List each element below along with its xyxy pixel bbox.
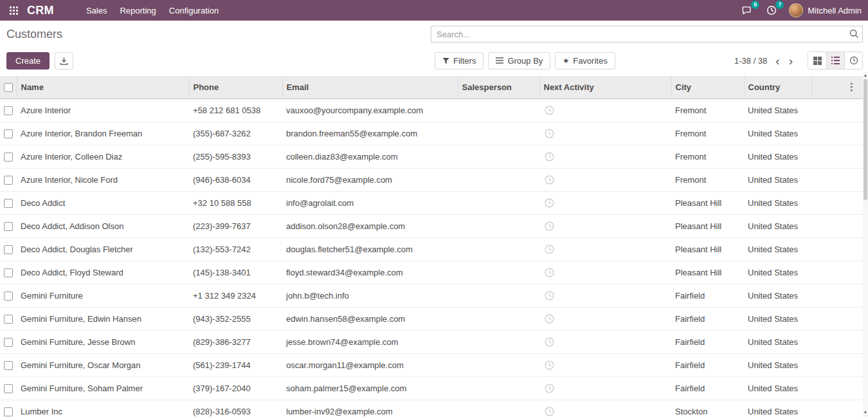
cell-next-activity[interactable] — [539, 191, 671, 214]
pager-next-button[interactable]: › — [784, 55, 797, 67]
next-activity-clock-icon — [545, 106, 554, 115]
row-checkbox[interactable] — [4, 176, 13, 185]
row-checkbox[interactable] — [4, 292, 13, 301]
row-checkbox[interactable] — [4, 407, 13, 416]
column-header-salesperson[interactable]: Salesperson — [458, 76, 539, 98]
cell-next-activity[interactable] — [539, 330, 671, 353]
customer-row[interactable]: Azure Interior +58 212 681 0538 vauxoo@y… — [0, 98, 863, 122]
column-header-email[interactable]: Email — [282, 76, 458, 98]
customer-row[interactable]: Azure Interior, Nicole Ford (946)-638-60… — [0, 168, 863, 191]
cell-filler — [811, 400, 863, 417]
cell-salesperson — [458, 168, 539, 191]
user-menu[interactable]: Mitchell Admin — [789, 3, 862, 17]
customer-table-body: Azure Interior +58 212 681 0538 vauxoo@y… — [0, 98, 863, 417]
cell-next-activity[interactable] — [539, 145, 671, 168]
activities-badge: 7 — [775, 1, 784, 9]
cell-email: floyd.steward34@example.com — [282, 261, 458, 284]
customer-row[interactable]: Deco Addict, Addison Olson (223)-399-763… — [0, 214, 863, 237]
row-checkbox[interactable] — [4, 338, 13, 347]
cell-next-activity[interactable] — [539, 98, 671, 122]
row-checkbox[interactable] — [4, 268, 13, 277]
cell-filler — [811, 353, 863, 376]
pager-value[interactable]: 1-38 / 38 — [734, 56, 767, 66]
cell-next-activity[interactable] — [539, 237, 671, 261]
cell-phone: +32 10 588 558 — [189, 191, 282, 214]
activity-view-button[interactable] — [844, 52, 862, 69]
apps-menu-button[interactable] — [6, 3, 21, 17]
search-input[interactable] — [431, 26, 863, 42]
cell-next-activity[interactable] — [539, 122, 671, 145]
app-title[interactable]: CRM — [27, 4, 54, 17]
menu-configuration[interactable]: Configuration — [163, 0, 225, 21]
menu-reporting[interactable]: Reporting — [113, 0, 162, 21]
row-checkbox[interactable] — [4, 199, 13, 208]
row-checkbox[interactable] — [4, 129, 13, 138]
cell-next-activity[interactable] — [539, 400, 671, 417]
cell-salesperson — [458, 122, 539, 145]
customer-list: Name Phone Email Salesperson Next Activi… — [0, 76, 868, 417]
list-view-button[interactable] — [826, 52, 844, 69]
row-checkbox[interactable] — [4, 315, 13, 324]
customer-row[interactable]: Deco Addict +32 10 588 558 info@agrolait… — [0, 191, 863, 214]
row-checkbox[interactable] — [4, 245, 13, 254]
cell-email: vauxoo@yourcompany.example.com — [282, 98, 458, 122]
search-options: Filters Group By ★ Favorites 1-38 / 38 ‹… — [435, 51, 863, 70]
row-checkbox[interactable] — [4, 106, 13, 115]
customer-row[interactable]: Gemini Furniture, Soham Palmer (379)-167… — [0, 376, 863, 400]
row-checkbox[interactable] — [4, 384, 13, 393]
cell-email: nicole.ford75@example.com — [282, 168, 458, 191]
customer-row[interactable]: Gemini Furniture +1 312 349 2324 john.b@… — [0, 284, 863, 307]
scroll-up-arrow[interactable]: ▲ — [863, 72, 868, 79]
customer-row[interactable]: Deco Addict, Floyd Steward (145)-138-340… — [0, 261, 863, 284]
header-checkbox-cell — [0, 76, 17, 98]
chat-bubble-icon — [742, 6, 752, 15]
row-checkbox[interactable] — [4, 153, 13, 162]
filters-button[interactable]: Filters — [435, 52, 484, 70]
menu-sales[interactable]: Sales — [80, 0, 114, 21]
row-checkbox-cell — [0, 284, 17, 307]
kanban-view-button[interactable] — [808, 52, 826, 69]
cell-next-activity[interactable] — [539, 168, 671, 191]
activities-button[interactable]: 7 — [764, 3, 779, 17]
cell-next-activity[interactable] — [539, 307, 671, 330]
messages-button[interactable]: 5 — [740, 3, 754, 17]
customer-row[interactable]: Gemini Furniture, Jesse Brown (829)-386-… — [0, 330, 863, 353]
group-by-label: Group By — [507, 56, 543, 66]
select-all-checkbox[interactable] — [4, 83, 13, 92]
column-header-phone[interactable]: Phone — [189, 76, 282, 98]
create-button[interactable]: Create — [6, 52, 50, 70]
cell-next-activity[interactable] — [539, 376, 671, 400]
cell-country: United States — [744, 353, 811, 376]
column-header-name[interactable]: Name — [17, 76, 189, 98]
customer-row[interactable]: Lumber Inc (828)-316-0593 lumber-inv92@e… — [0, 400, 863, 417]
export-button[interactable] — [55, 52, 73, 70]
favorites-button[interactable]: ★ Favorites — [555, 52, 615, 70]
column-header-next-activity[interactable]: Next Activity — [539, 76, 671, 98]
optional-columns-toggle[interactable]: ⋮ — [816, 81, 860, 93]
row-checkbox-cell — [0, 145, 17, 168]
cell-next-activity[interactable] — [539, 353, 671, 376]
row-checkbox-cell — [0, 261, 17, 284]
activity-view-clock-icon — [849, 56, 858, 65]
cell-next-activity[interactable] — [539, 261, 671, 284]
pager-previous-button[interactable]: ‹ — [771, 55, 784, 67]
scroll-down-arrow[interactable]: ▼ — [863, 409, 868, 416]
row-checkbox[interactable] — [4, 222, 13, 231]
page-title: Customers — [6, 28, 62, 41]
column-header-city[interactable]: City — [671, 76, 744, 98]
scrollbar-thumb[interactable] — [863, 79, 867, 200]
row-checkbox[interactable] — [4, 361, 13, 370]
cell-country: United States — [744, 214, 811, 237]
customer-row[interactable]: Azure Interior, Brandon Freeman (355)-68… — [0, 122, 863, 145]
cell-next-activity[interactable] — [539, 214, 671, 237]
cell-filler — [811, 237, 863, 261]
customer-row[interactable]: Deco Addict, Douglas Fletcher (132)-553-… — [0, 237, 863, 261]
search-icon[interactable] — [849, 29, 859, 39]
customer-row[interactable]: Gemini Furniture, Oscar Morgan (561)-239… — [0, 353, 863, 376]
row-checkbox-cell — [0, 330, 17, 353]
cell-next-activity[interactable] — [539, 284, 671, 307]
group-by-button[interactable]: Group By — [488, 52, 550, 70]
customer-row[interactable]: Gemini Furniture, Edwin Hansen (943)-352… — [0, 307, 863, 330]
customer-row[interactable]: Azure Interior, Colleen Diaz (255)-595-8… — [0, 145, 863, 168]
column-header-country[interactable]: Country — [744, 76, 811, 98]
